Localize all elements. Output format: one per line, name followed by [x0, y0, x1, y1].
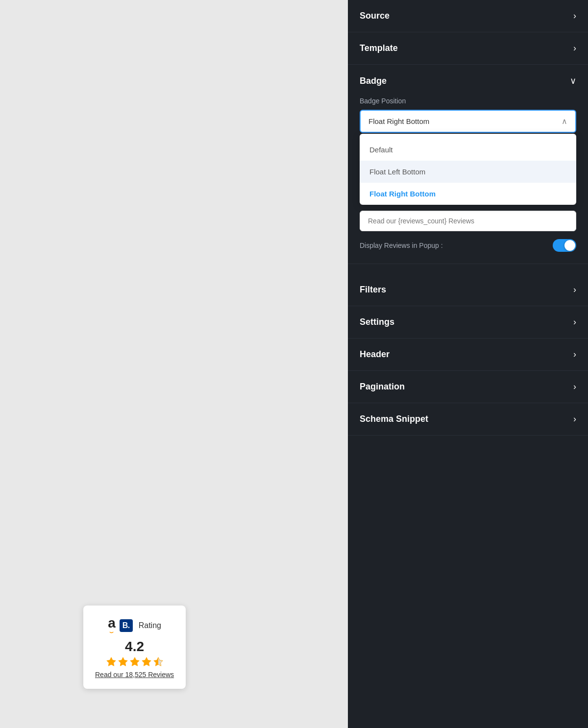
badge-score: 4.2	[95, 639, 174, 655]
display-reviews-popup-row: Display Reviews in Popup :	[360, 239, 576, 254]
filters-label: Filters	[360, 285, 386, 295]
schema-snippet-chevron-icon: ›	[573, 414, 576, 424]
pagination-label: Pagination	[360, 382, 405, 392]
dropdown-option-default[interactable]: Default	[360, 139, 576, 161]
template-chevron-icon: ›	[573, 43, 576, 53]
booking-logo: B.	[120, 619, 133, 632]
toggle-label: Display Reviews in Popup :	[360, 242, 443, 249]
star-4	[141, 656, 152, 667]
badge-widget: a ⌣ B. Rating 4.2	[83, 606, 186, 689]
stars-container	[95, 656, 174, 667]
section-spacer	[348, 264, 588, 274]
header-label: Header	[360, 349, 390, 360]
svg-marker-4	[153, 657, 162, 666]
sidebar-item-settings[interactable]: Settings ›	[348, 306, 588, 339]
source-chevron-icon: ›	[573, 11, 576, 21]
star-5-half	[153, 656, 164, 667]
settings-label: Settings	[360, 317, 394, 327]
toggle-thumb	[564, 240, 575, 251]
star-3	[129, 656, 140, 667]
badge-position-dropdown[interactable]: Float Right Bottom ∧	[360, 110, 576, 133]
settings-chevron-icon: ›	[573, 317, 576, 327]
preview-area: a ⌣ B. Rating 4.2	[0, 0, 348, 728]
dropdown-menu: Default Float Left Bottom Float Right Bo…	[360, 134, 576, 205]
dropdown-selected-value: Float Right Bottom	[368, 117, 429, 125]
svg-marker-0	[106, 657, 115, 666]
badge-reviews-link[interactable]: Read our 18,525 Reviews	[95, 671, 174, 679]
template-label: Template	[360, 43, 398, 53]
pagination-chevron-icon: ›	[573, 382, 576, 392]
amazon-logo: a ⌣	[108, 615, 116, 636]
dropdown-caret	[463, 134, 473, 139]
dropdown-chevron-up-icon: ∧	[562, 117, 567, 126]
svg-marker-3	[142, 657, 150, 666]
dropdown-option-float-right-bottom[interactable]: Float Right Bottom	[360, 183, 576, 205]
header-chevron-icon: ›	[573, 349, 576, 360]
badge-label: Badge	[360, 76, 387, 86]
sidebar-item-schema-snippet[interactable]: Schema Snippet ›	[348, 403, 588, 436]
sidebar-item-source[interactable]: Source ›	[348, 0, 588, 32]
booking-letter: B.	[122, 621, 130, 630]
star-1	[106, 656, 117, 667]
svg-marker-1	[118, 657, 127, 666]
sidebar-item-header[interactable]: Header ›	[348, 339, 588, 371]
star-2	[118, 656, 128, 667]
badge-rating-label: Rating	[139, 621, 161, 630]
sidebar-item-template[interactable]: Template ›	[348, 32, 588, 65]
sidebar: Source › Template › Badge ∨ Badge Positi…	[348, 0, 588, 728]
schema-snippet-label: Schema Snippet	[360, 414, 428, 424]
sidebar-item-badge: Badge ∨ Badge Position Float Right Botto…	[348, 65, 588, 264]
badge-section-content: Badge Position Float Right Bottom ∧ Defa…	[348, 97, 588, 264]
dropdown-option-float-left-bottom[interactable]: Float Left Bottom	[360, 161, 576, 183]
sidebar-item-pagination[interactable]: Pagination ›	[348, 371, 588, 403]
badge-position-label: Badge Position	[360, 97, 576, 105]
filters-chevron-icon: ›	[573, 285, 576, 295]
display-reviews-popup-toggle[interactable]	[553, 239, 576, 252]
badge-chevron-down-icon: ∨	[570, 75, 576, 86]
source-label: Source	[360, 11, 390, 21]
badge-position-dropdown-wrapper: Float Right Bottom ∧ Default Float Left …	[360, 110, 576, 205]
svg-marker-2	[130, 657, 139, 666]
badge-section-header[interactable]: Badge ∨	[348, 65, 588, 97]
badge-logos: a ⌣ B. Rating	[95, 615, 174, 636]
amazon-smile: ⌣	[109, 628, 114, 636]
sidebar-item-filters[interactable]: Filters ›	[348, 274, 588, 306]
reviews-text-input[interactable]	[360, 211, 576, 231]
